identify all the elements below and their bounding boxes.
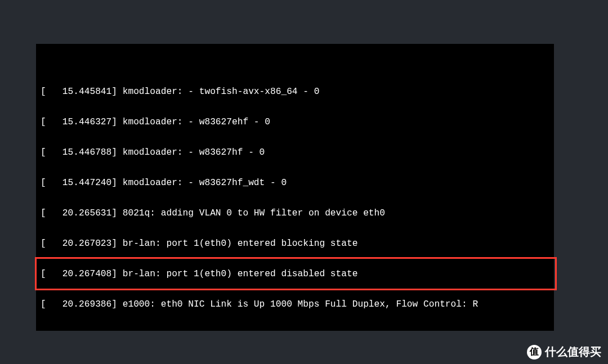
watermark: 值 什么值得买 <box>527 344 601 359</box>
terminal-window[interactable]: [ 15.445841] kmodloader: - twofish-avx-x… <box>36 44 554 331</box>
kernel-log-line: [ 20.265631] 8021q: adding VLAN 0 to HW … <box>41 208 549 218</box>
kernel-log-line: [ 20.267408] br-lan: port 1(eth0) entere… <box>41 269 549 279</box>
kernel-log-line: [ 15.445841] kmodloader: - twofish-avx-x… <box>41 87 549 97</box>
kernel-log-line: [ 20.267023] br-lan: port 1(eth0) entere… <box>41 239 549 249</box>
kernel-log-line: [ 15.446327] kmodloader: - w83627ehf - 0 <box>41 117 549 127</box>
kernel-log-line: [ 20.269386] e1000: eth0 NIC Link is Up … <box>41 299 549 309</box>
kernel-log-line: X <box>41 330 549 331</box>
kernel-log-line: [ 15.447240] kmodloader: - w83627hf_wdt … <box>41 178 549 188</box>
watermark-badge-icon: 值 <box>527 345 542 359</box>
kernel-log-line: [ 15.446788] kmodloader: - w83627hf - 0 <box>41 147 549 158</box>
watermark-text: 什么值得买 <box>545 344 601 359</box>
